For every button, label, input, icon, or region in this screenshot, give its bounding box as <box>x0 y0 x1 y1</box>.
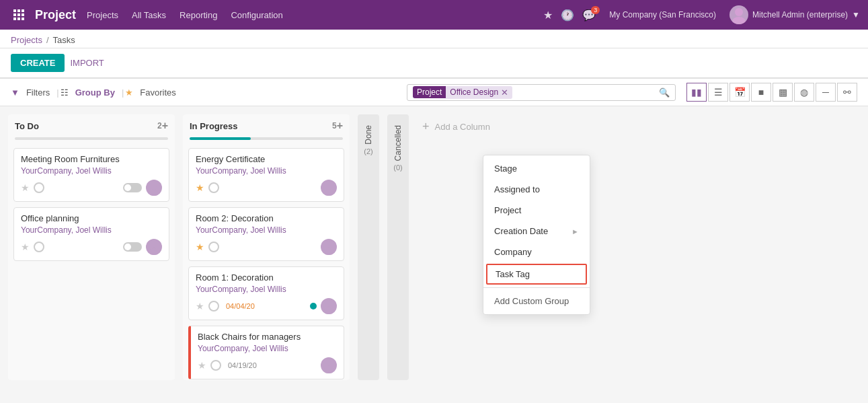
kanban-cards-todo: Meeting Room Furnitures YourCompany, Joe… <box>8 145 175 264</box>
kanban-card[interactable]: Energy Certificate YourCompany, Joel Wil… <box>188 148 344 202</box>
view-chart-button[interactable]: ▩ <box>773 83 793 102</box>
svg-point-9 <box>735 8 743 16</box>
dropdown-item-creation-date[interactable]: Creation Date ► <box>483 221 590 242</box>
view-map-button[interactable]: ⚯ <box>837 83 857 102</box>
kanban-card[interactable]: Room 2: Decoration YourCompany, Joel Wil… <box>188 207 344 261</box>
card-subtitle: YourCompany, Joel Willis <box>21 225 162 235</box>
view-kanban-button[interactable]: ▮▮ <box>686 83 707 102</box>
view-clock-button[interactable]: ◍ <box>794 83 814 102</box>
card-title: Room 2: Decoration <box>196 213 337 223</box>
user-dropdown-icon[interactable]: ▼ <box>852 10 860 20</box>
card-toggle[interactable] <box>123 183 142 192</box>
dropdown-item-project[interactable]: Project <box>483 200 590 221</box>
star-icon[interactable]: ★ <box>543 9 553 22</box>
add-group-label: Add a Column <box>435 122 490 132</box>
breadcrumb-projects[interactable]: Projects <box>11 35 42 45</box>
card-status-circle[interactable] <box>34 182 44 193</box>
svg-point-15 <box>325 182 332 188</box>
card-avatar <box>321 298 337 314</box>
svg-point-17 <box>325 241 332 248</box>
card-star-icon[interactable]: ★ <box>21 182 30 193</box>
toolbar: CREATE IMPORT <box>0 48 868 78</box>
view-icons: ▮▮ ☰ 📅 ■ ▩ ◍ ─ ⚯ <box>686 83 857 102</box>
column-title-todo: To Do <box>15 121 155 131</box>
groupby-button[interactable]: Group By <box>70 85 120 100</box>
card-status-circle[interactable] <box>208 242 219 252</box>
favorites-button[interactable]: Favorites <box>134 85 181 100</box>
kanban-card[interactable]: Office planning YourCompany, Joel Willis… <box>13 207 169 261</box>
card-title: Meeting Room Furnitures <box>21 154 162 164</box>
card-title: Office planning <box>21 213 162 223</box>
user-menu[interactable]: Mitchell Admin (enterprise) ▼ <box>729 5 860 24</box>
card-star-icon[interactable]: ★ <box>196 182 204 193</box>
view-lines-button[interactable]: ─ <box>816 83 836 102</box>
app-grid-icon[interactable] <box>8 4 30 26</box>
view-table-button[interactable]: ■ <box>751 83 771 102</box>
clock-icon[interactable]: 🕐 <box>561 9 574 22</box>
kanban-column-inprogress: In Progress 5 + Energy Certificate YourC… <box>183 114 350 380</box>
dropdown-item-add-custom-group[interactable]: Add Custom Group <box>483 291 590 312</box>
kanban-card[interactable]: Room 1: Decoration YourCompany, Joel Wil… <box>188 266 344 320</box>
view-calendar-button[interactable]: 📅 <box>729 83 750 102</box>
kanban-card[interactable]: Black Chairs for managers YourCompany, J… <box>188 326 344 379</box>
nav-projects[interactable]: Projects <box>87 10 118 20</box>
search-input[interactable] <box>515 87 659 98</box>
filters-button[interactable]: Filters <box>21 85 55 100</box>
svg-point-20 <box>323 307 335 314</box>
dropdown-item-assigned-to[interactable]: Assigned to <box>483 179 590 200</box>
card-star-icon[interactable]: ★ <box>198 360 206 371</box>
svg-rect-3 <box>13 13 16 16</box>
svg-rect-0 <box>13 9 16 12</box>
kanban-column-cancelled-collapsed[interactable]: Cancelled (0) <box>387 114 409 380</box>
card-status-circle[interactable] <box>208 301 219 312</box>
card-title: Black Chairs for managers <box>198 332 337 342</box>
nav-configuration[interactable]: Configuration <box>231 10 282 20</box>
dropdown-item-task-tag[interactable]: Task Tag <box>486 264 587 285</box>
collapsed-label-done: Done <box>364 125 373 145</box>
nav-reporting[interactable]: Reporting <box>180 10 217 20</box>
top-nav-icons: ★ 🕐 💬 3 My Company (San Francisco) Mitch… <box>543 5 860 24</box>
svg-rect-8 <box>22 17 24 20</box>
dropdown-item-company[interactable]: Company <box>483 242 590 262</box>
kanban-column-done-collapsed[interactable]: Done (2) <box>358 114 379 380</box>
filter-icon: ▼ <box>11 87 19 98</box>
card-star-icon[interactable]: ★ <box>196 301 204 312</box>
card-avatar <box>146 180 162 196</box>
import-button[interactable]: IMPORT <box>70 58 104 68</box>
view-list-button[interactable]: ☰ <box>708 83 728 102</box>
company-name[interactable]: My Company (San Francisco) <box>609 10 716 20</box>
card-subtitle: YourCompany, Joel Willis <box>21 166 162 176</box>
search-submit-icon[interactable]: 🔍 <box>659 87 670 98</box>
dropdown-item-stage[interactable]: Stage <box>483 158 590 179</box>
svg-point-14 <box>148 248 160 255</box>
chat-icon[interactable]: 💬 3 <box>582 9 596 22</box>
app-title: Project <box>35 8 76 22</box>
column-add-inprogress[interactable]: + <box>337 120 343 132</box>
card-toggle[interactable] <box>123 242 142 252</box>
card-status-circle[interactable] <box>34 242 44 252</box>
card-star-icon[interactable]: ★ <box>196 242 204 252</box>
search-tag-close-icon[interactable]: ✕ <box>501 87 508 98</box>
card-status-circle[interactable] <box>210 360 221 371</box>
svg-point-10 <box>732 17 746 24</box>
card-date: 04/04/20 <box>226 302 255 310</box>
nav-all-tasks[interactable]: All Tasks <box>132 10 166 20</box>
create-button[interactable]: CREATE <box>11 54 65 72</box>
card-status-green <box>310 303 317 309</box>
column-add-todo[interactable]: + <box>162 120 168 132</box>
add-group-plus-icon: + <box>422 120 430 134</box>
favorites-star-icon: ★ <box>125 87 133 98</box>
svg-point-19 <box>325 300 332 307</box>
breadcrumb-current: Tasks <box>53 35 75 45</box>
card-footer: ★ <box>21 180 162 196</box>
card-avatar <box>146 239 162 255</box>
card-status-circle[interactable] <box>208 182 219 193</box>
search-tag-label: Project <box>413 86 446 98</box>
svg-point-18 <box>323 248 335 255</box>
card-subtitle: YourCompany, Joel Willis <box>196 225 337 235</box>
card-star-icon[interactable]: ★ <box>21 242 30 252</box>
add-group-button[interactable]: + Add a Column <box>417 114 551 139</box>
kanban-card[interactable]: Meeting Room Furnitures YourCompany, Joe… <box>13 148 169 202</box>
top-navigation: Project Projects All Tasks Reporting Con… <box>0 0 868 30</box>
svg-point-12 <box>148 189 160 196</box>
